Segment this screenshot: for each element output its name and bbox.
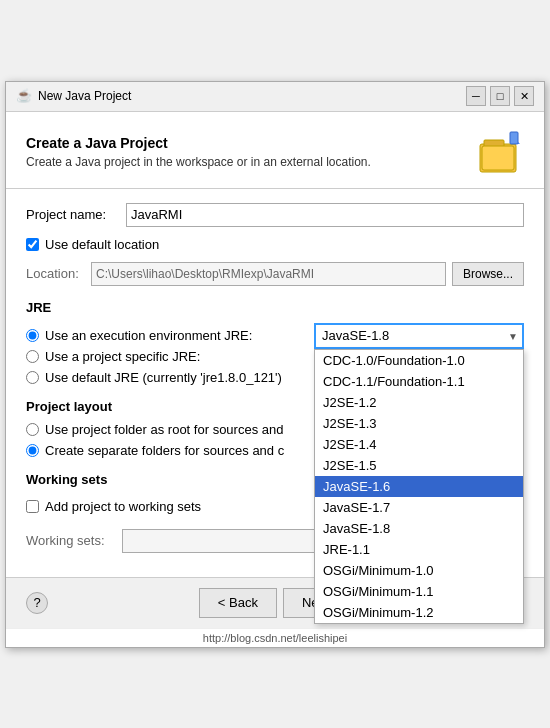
add-working-sets-checkbox[interactable] <box>26 500 39 513</box>
watermark: http://blog.csdn.net/leelishipei <box>6 628 544 647</box>
content-area: Project name: Use default location Locat… <box>6 189 544 577</box>
use-default-location-label[interactable]: Use default location <box>45 237 159 252</box>
jre-section-label: JRE <box>26 300 524 315</box>
jre-default-radio[interactable] <box>26 371 39 384</box>
layout-separate-folders-label[interactable]: Create separate folders for sources and … <box>45 443 284 458</box>
dropdown-item-selected[interactable]: JavaSE-1.6 <box>315 476 523 497</box>
browse-button[interactable]: Browse... <box>452 262 524 286</box>
jre-radio1-row: Use an execution environment JRE: JavaSE… <box>26 323 524 349</box>
jre-selected-value: JavaSE-1.8 <box>322 328 389 343</box>
jre-select-container: JavaSE-1.8 ▼ CDC-1.0/Foundation-1.0 CDC-… <box>314 323 524 349</box>
layout-project-root-label[interactable]: Use project folder as root for sources a… <box>45 422 283 437</box>
jre-specific-radio[interactable] <box>26 350 39 363</box>
title-bar: ☕ New Java Project ─ □ ✕ <box>6 82 544 112</box>
svg-rect-4 <box>510 132 518 144</box>
location-label: Location: <box>26 266 91 281</box>
jre-dropdown-menu: CDC-1.0/Foundation-1.0 CDC-1.1/Foundatio… <box>314 349 524 624</box>
add-working-sets-label[interactable]: Add project to working sets <box>45 499 201 514</box>
layout-separate-folders-radio[interactable] <box>26 444 39 457</box>
dropdown-item[interactable]: OSGi/Minimum-1.2 <box>315 602 523 623</box>
working-sets-label: Working sets: <box>26 533 116 548</box>
chevron-down-icon: ▼ <box>508 330 518 341</box>
new-java-project-dialog: ☕ New Java Project ─ □ ✕ Create a Java P… <box>5 81 545 648</box>
project-name-label: Project name: <box>26 207 126 222</box>
jre-default-label[interactable]: Use default JRE (currently 'jre1.8.0_121… <box>45 370 282 385</box>
restore-button[interactable]: □ <box>490 86 510 106</box>
help-button[interactable]: ? <box>26 592 48 614</box>
minimize-button[interactable]: ─ <box>466 86 486 106</box>
header-section: Create a Java Project Create a Java proj… <box>6 112 544 189</box>
layout-project-root-radio[interactable] <box>26 423 39 436</box>
dialog-title: New Java Project <box>38 89 131 103</box>
footer-left: ? <box>26 592 48 614</box>
dropdown-item[interactable]: CDC-1.1/Foundation-1.1 <box>315 371 523 392</box>
dropdown-item[interactable]: J2SE-1.3 <box>315 413 523 434</box>
dropdown-item[interactable]: JRE-1.1 <box>315 539 523 560</box>
location-row: Location: Browse... <box>26 262 524 286</box>
header-subtitle: Create a Java project in the workspace o… <box>26 155 371 169</box>
dropdown-item[interactable]: OSGi/Minimum-1.0 <box>315 560 523 581</box>
dropdown-item[interactable]: OSGi/Minimum-1.1 <box>315 581 523 602</box>
dropdown-item[interactable]: J2SE-1.4 <box>315 434 523 455</box>
jre-specific-label[interactable]: Use a project specific JRE: <box>45 349 200 364</box>
jre-section: JRE Use an execution environment JRE: Ja… <box>26 300 524 385</box>
header-title: Create a Java Project <box>26 135 371 151</box>
project-name-input[interactable] <box>126 203 524 227</box>
watermark-text: http://blog.csdn.net/leelishipei <box>203 632 347 644</box>
dropdown-item[interactable]: JavaSE-1.8 <box>315 518 523 539</box>
close-button[interactable]: ✕ <box>514 86 534 106</box>
svg-rect-2 <box>482 146 514 170</box>
dropdown-item[interactable]: J2SE-1.5 <box>315 455 523 476</box>
project-name-row: Project name: <box>26 203 524 227</box>
dropdown-item[interactable]: J2SE-1.2 <box>315 392 523 413</box>
back-button[interactable]: < Back <box>199 588 277 618</box>
title-bar-controls: ─ □ ✕ <box>466 86 534 106</box>
default-location-row: Use default location <box>26 237 524 252</box>
location-input[interactable] <box>91 262 446 286</box>
jre-select-display[interactable]: JavaSE-1.8 ▼ <box>314 323 524 349</box>
dropdown-item[interactable]: JavaSE-1.7 <box>315 497 523 518</box>
dialog-icon: ☕ <box>16 88 32 104</box>
project-icon <box>476 128 524 176</box>
header-text: Create a Java Project Create a Java proj… <box>26 135 371 169</box>
jre-env-label[interactable]: Use an execution environment JRE: <box>45 328 252 343</box>
use-default-location-checkbox[interactable] <box>26 238 39 251</box>
title-bar-left: ☕ New Java Project <box>16 88 131 104</box>
jre-env-radio[interactable] <box>26 329 39 342</box>
dropdown-item[interactable]: CDC-1.0/Foundation-1.0 <box>315 350 523 371</box>
